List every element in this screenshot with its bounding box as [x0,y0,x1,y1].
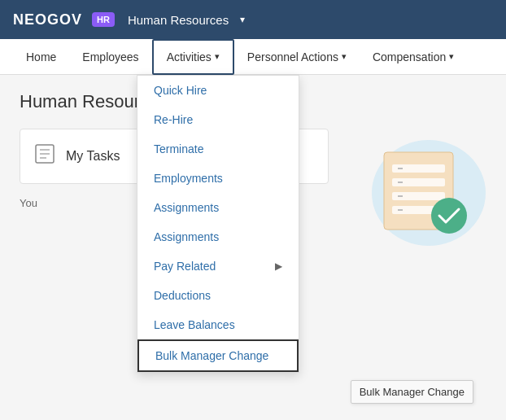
activities-dropdown: Quick Hire Re-Hire Terminate Employments… [137,75,299,373]
nav-item-compensation[interactable]: Compensation ▾ [360,39,467,75]
dropdown-item-employments[interactable]: Employments [137,164,299,193]
nav-item-activities[interactable]: Activities ▾ [152,39,234,75]
nav-item-personnel-actions[interactable]: Personnel Actions ▾ [234,39,360,75]
pay-related-submenu-arrow-icon: ▶ [275,260,282,272]
svg-point-14 [431,198,467,234]
dashboard-illustration [347,128,490,254]
dropdown-item-bulk-manager-change[interactable]: Bulk Manager Change [137,339,299,372]
illustration [347,128,490,257]
dropdown-item-assignments-2[interactable]: Assignments [137,222,299,252]
hr-badge: HR [92,12,115,27]
dropdown-item-quick-hire[interactable]: Quick Hire [137,76,299,105]
compensation-caret-icon: ▾ [449,51,454,62]
module-title: Human Resources [128,13,229,27]
personnel-caret-icon: ▾ [342,51,347,62]
my-tasks-title: My Tasks [66,149,120,164]
dropdown-item-leave-balances[interactable]: Leave Balances [137,310,299,339]
nav-item-home[interactable]: Home [13,39,69,75]
brand-logo: NEOGOV [13,11,82,28]
dropdown-item-assignments-1[interactable]: Assignments [137,193,299,222]
activities-caret-icon: ▾ [215,51,220,62]
module-chevron-icon[interactable]: ▾ [240,14,245,25]
dropdown-item-deductions[interactable]: Deductions [137,281,299,310]
nav-item-employees[interactable]: Employees [69,39,151,75]
dropdown-item-terminate[interactable]: Terminate [137,134,299,164]
tasks-icon [33,142,56,170]
bulk-manager-change-tooltip: Bulk Manager Change [351,380,473,404]
secondary-navigation: Home Employees Activities ▾ Personnel Ac… [0,39,506,75]
dropdown-item-re-hire[interactable]: Re-Hire [137,105,299,134]
dropdown-item-pay-related[interactable]: Pay Related ▶ [137,252,299,281]
top-navigation: NEOGOV HR Human Resources ▾ [0,0,506,39]
